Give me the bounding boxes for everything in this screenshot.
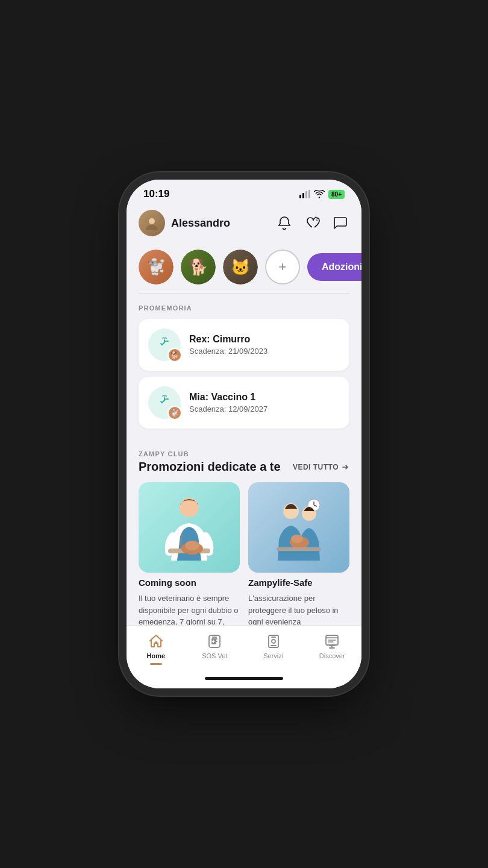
svg-rect-29 (329, 645, 335, 646)
svg-rect-20 (277, 547, 321, 551)
zampy-title: Promozioni dedicate a te (139, 460, 281, 474)
status-icons: 80+ (299, 190, 345, 199)
reminder-1-pet-overlay: 🐕 (167, 348, 182, 362)
pet-1[interactable]: 🐩 (139, 250, 174, 285)
header-actions (275, 213, 349, 233)
nav-home[interactable]: Home (135, 633, 177, 665)
reminder-1-icon-wrap: 🐕 (148, 329, 181, 361)
svg-point-14 (185, 541, 199, 550)
promemoria-section: PROMEMORIA 🐕 R (127, 294, 361, 441)
home-indicator (205, 677, 283, 680)
pet-3[interactable]: 🐱 (223, 250, 258, 285)
svg-rect-2 (305, 191, 307, 198)
promo-2-title: Zampylife-Safe (248, 577, 349, 588)
wifi-icon (314, 190, 325, 198)
svg-point-4 (149, 218, 155, 224)
svg-point-24 (155, 641, 157, 644)
promo-cards: Coming soon Il tuo veterinario è sempre … (139, 482, 349, 625)
svg-point-27 (272, 640, 275, 643)
status-time: 10:19 (143, 188, 169, 200)
add-pet-button[interactable]: + (265, 250, 300, 285)
reminder-2[interactable]: 🐩 Mia: Vaccino 1 Scadenza: 12/09/2027 (139, 377, 349, 429)
promo-card-2[interactable]: Zampylife-Safe L'assicurazione per prote… (248, 482, 349, 625)
bottom-nav: Home SOS Vet Servizi (127, 625, 361, 677)
promo-2-image (248, 482, 349, 573)
promo-1-desc: Il tuo veterinario è sempre disponibile … (139, 593, 240, 625)
promemoria-label: PROMEMORIA (139, 304, 349, 312)
favorites-button[interactable] (302, 213, 322, 233)
reminder-2-date: Scadenza: 12/09/2027 (189, 404, 267, 414)
chat-icon (332, 215, 348, 231)
adozioni-button[interactable]: Adozioni (307, 253, 361, 281)
bell-icon (277, 215, 292, 231)
zampy-label: ZAMPY CLUB (139, 450, 349, 458)
nav-sos-vet[interactable]: SOS Vet (193, 633, 236, 659)
discover-icon (324, 633, 340, 650)
battery-badge: 80+ (328, 190, 345, 199)
svg-point-11 (180, 498, 199, 517)
promo-2-desc: L'assicurazione per proteggere il tuo pe… (248, 593, 349, 625)
zampy-header: Promozioni dedicate a te VEDI TUTTO (139, 460, 349, 474)
heart-sparkle-icon (304, 215, 320, 231)
home-indicator-wrap (127, 677, 361, 688)
nav-servizi-label: Servizi (263, 652, 283, 659)
user-name: Alessandro (171, 217, 230, 230)
scroll-content: Alessandro (127, 204, 361, 625)
svg-rect-0 (299, 195, 301, 198)
svg-rect-3 (308, 190, 310, 198)
svg-rect-1 (302, 193, 304, 198)
status-bar: 10:19 80+ (127, 180, 361, 204)
pets-row: 🐩 🐕 🐱 + Adozioni (127, 244, 361, 293)
chat-button[interactable] (330, 213, 349, 233)
promo-card-1[interactable]: Coming soon Il tuo veterinario è sempre … (139, 482, 240, 625)
header: Alessandro (127, 204, 361, 244)
zampy-club-section: ZAMPY CLUB Promozioni dedicate a te VEDI… (127, 441, 361, 625)
svg-point-19 (291, 535, 303, 543)
svg-point-15 (180, 543, 183, 547)
avatar (139, 210, 165, 236)
reminder-1-info: Rex: Cimurro Scadenza: 21/09/2023 (189, 334, 267, 356)
reminder-2-title: Mia: Vaccino 1 (189, 392, 267, 403)
reminder-2-icon-wrap: 🐩 (148, 386, 181, 419)
reminder-2-info: Mia: Vaccino 1 Scadenza: 12/09/2027 (189, 392, 267, 414)
header-left: Alessandro (139, 210, 230, 236)
vedi-tutto-button[interactable]: VEDI TUTTO (293, 463, 349, 471)
nav-discover[interactable]: Discover (311, 633, 353, 659)
servizi-icon (265, 633, 282, 650)
nav-home-label: Home (146, 652, 165, 659)
reminder-1-title: Rex: Cimurro (189, 334, 267, 345)
pet-2[interactable]: 🐕 (181, 250, 216, 285)
reminder-1-date: Scadenza: 21/09/2023 (189, 347, 267, 356)
sos-vet-icon (206, 633, 223, 650)
home-icon (148, 633, 164, 650)
bell-button[interactable] (275, 213, 294, 233)
nav-home-indicator (150, 663, 162, 665)
promo-1-image (139, 482, 240, 573)
promo-1-title: Coming soon (139, 577, 240, 588)
signal-icon (299, 190, 310, 198)
nav-sos-vet-label: SOS Vet (202, 652, 227, 659)
nav-servizi[interactable]: Servizi (252, 633, 295, 659)
reminder-2-pet-overlay: 🐩 (167, 406, 182, 420)
reminder-1[interactable]: 🐕 Rex: Cimurro Scadenza: 21/09/2023 (139, 319, 349, 371)
arrow-right-icon (341, 463, 349, 471)
nav-discover-label: Discover (319, 652, 345, 659)
